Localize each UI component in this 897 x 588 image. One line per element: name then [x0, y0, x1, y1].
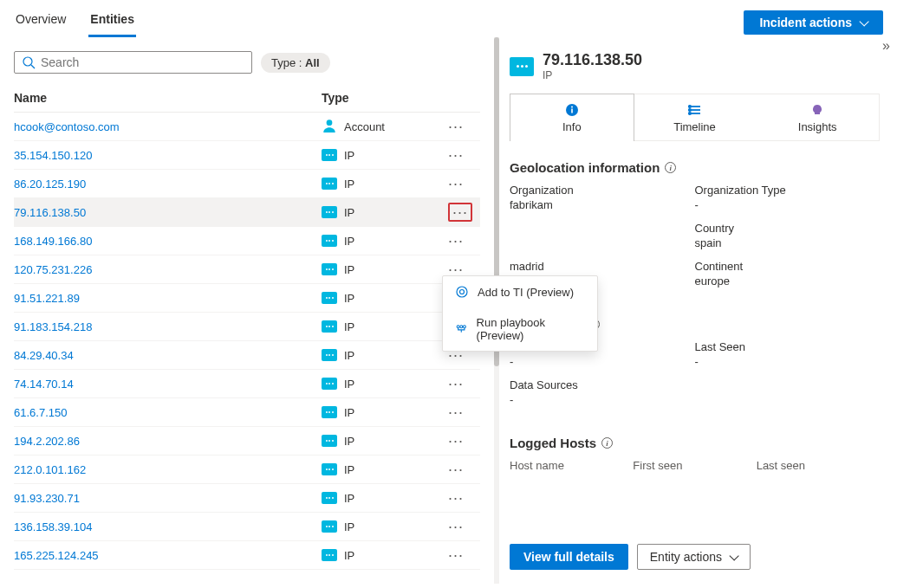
detail-tab-info[interactable]: Info [510, 94, 634, 141]
entity-type-label: IP [344, 463, 354, 476]
hosts-col-last: Last seen [757, 459, 880, 472]
svg-point-4 [460, 290, 465, 294]
incident-actions-button[interactable]: Incident actions [744, 10, 883, 35]
type-filter-value: All [305, 56, 320, 69]
incident-actions-label: Incident actions [759, 16, 852, 29]
entity-link[interactable]: 74.14.70.14 [14, 378, 74, 391]
entity-link[interactable]: 212.0.101.162 [14, 463, 86, 476]
entity-row[interactable]: hcook@contoso.comAccount··· [14, 113, 480, 141]
ip-icon [322, 549, 337, 561]
menu-add-to-ti[interactable]: Add to TI (Preview) [443, 276, 597, 307]
entity-row[interactable]: 86.20.125.190IP··· [14, 170, 480, 198]
entity-link[interactable]: 91.183.154.218 [14, 320, 92, 333]
entity-type-label: IP [344, 178, 354, 191]
view-full-details-button[interactable]: View full details [510, 544, 628, 570]
info-icon[interactable]: i [601, 437, 613, 449]
ip-icon [322, 149, 337, 161]
svg-rect-9 [571, 109, 573, 113]
entity-row[interactable]: 212.0.101.162IP··· [14, 456, 480, 484]
info-icon[interactable]: i [665, 162, 676, 173]
top-tabs: Overview Entities [14, 7, 136, 37]
chevron-down-icon [729, 554, 738, 559]
svg-point-3 [457, 287, 467, 297]
entity-link[interactable]: 79.116.138.50 [14, 206, 86, 219]
col-header-name[interactable]: Name [14, 91, 322, 105]
entity-link[interactable]: 168.149.166.80 [14, 235, 92, 248]
ip-icon [322, 406, 337, 418]
svg-point-0 [23, 57, 32, 66]
entity-row[interactable]: 91.51.221.89IP··· [14, 284, 480, 313]
entity-link[interactable]: 35.154.150.120 [14, 149, 92, 162]
row-actions-button[interactable]: ··· [443, 404, 480, 422]
ip-icon [322, 349, 337, 361]
row-actions-button[interactable]: ··· [443, 146, 480, 165]
entity-row[interactable]: 91.183.154.218IP··· [14, 313, 480, 341]
detail-tabs: Info Timeline Insights [510, 94, 880, 141]
entity-row[interactable]: 35.154.150.120IP··· [14, 141, 480, 170]
hosts-col-name: Host name [510, 459, 633, 472]
svg-point-5 [457, 326, 459, 328]
entity-link[interactable]: 136.158.39.104 [14, 520, 92, 533]
entity-row[interactable]: 74.14.70.14IP··· [14, 370, 480, 398]
row-actions-button[interactable]: ··· [443, 232, 480, 250]
entity-type-label: IP [344, 492, 354, 505]
row-actions-button[interactable]: ··· [443, 546, 480, 565]
entity-link[interactable]: 120.75.231.226 [14, 263, 92, 276]
ip-icon [322, 178, 337, 190]
entity-link[interactable]: 194.2.202.86 [14, 435, 80, 448]
entity-row[interactable]: 91.93.230.71IP··· [14, 484, 480, 513]
row-actions-button[interactable]: ··· [443, 518, 480, 536]
entity-row[interactable]: 120.75.231.226IP··· [14, 255, 480, 284]
ip-icon [322, 206, 337, 218]
entity-link[interactable]: 61.6.7.150 [14, 406, 67, 419]
entity-title: 79.116.138.50 [543, 51, 642, 69]
row-actions-button[interactable]: ··· [443, 118, 480, 136]
tab-entities[interactable]: Entities [88, 7, 136, 37]
entity-row[interactable]: 79.116.138.50IP··· [14, 198, 480, 227]
search-box[interactable] [14, 51, 252, 74]
account-icon [322, 118, 337, 136]
entity-type-label: IP [344, 263, 354, 276]
entity-row[interactable]: 136.158.39.104IP··· [14, 513, 480, 541]
entity-type-label: IP [344, 149, 354, 162]
entity-actions-button[interactable]: Entity actions [637, 544, 751, 570]
row-actions-button[interactable]: ··· [443, 489, 480, 507]
row-actions-button[interactable]: ··· [443, 175, 480, 193]
entity-link[interactable]: 91.93.230.71 [14, 492, 80, 505]
entity-type-label: IP [344, 549, 354, 562]
svg-point-10 [571, 107, 573, 108]
entity-link[interactable]: 91.51.221.89 [14, 292, 80, 305]
row-actions-button[interactable]: ··· [443, 203, 480, 222]
menu-run-playbook[interactable]: Run playbook (Preview) [443, 307, 597, 351]
entity-type-label: IP [344, 206, 354, 219]
row-actions-button[interactable]: ··· [443, 375, 480, 393]
detail-tab-insights[interactable]: Insights [756, 94, 879, 140]
entity-type-label: IP [344, 406, 354, 419]
row-actions-button[interactable]: ··· [443, 432, 480, 450]
col-header-type[interactable]: Type [322, 91, 443, 105]
column-headers: Name Type [14, 86, 480, 113]
entity-link[interactable]: 165.225.124.245 [14, 549, 99, 562]
ip-icon [510, 57, 534, 76]
entity-link[interactable]: 86.20.125.190 [14, 178, 86, 191]
entity-row[interactable]: 165.225.124.245IP··· [14, 541, 480, 570]
entity-row[interactable]: 61.6.7.150IP··· [14, 398, 480, 427]
ip-icon [322, 263, 337, 275]
entity-type-label: IP [344, 349, 354, 362]
collapse-icon[interactable]: » [882, 38, 890, 54]
entity-row[interactable]: 168.149.166.80IP··· [14, 227, 480, 255]
entity-link[interactable]: 84.29.40.34 [14, 349, 74, 362]
ip-icon [322, 320, 337, 333]
svg-point-6 [460, 326, 463, 328]
tab-overview[interactable]: Overview [14, 7, 68, 37]
ip-icon [322, 520, 337, 533]
search-input[interactable] [41, 55, 244, 69]
entity-link[interactable]: hcook@contoso.com [14, 120, 120, 133]
entity-row[interactable]: 84.29.40.34IP··· [14, 341, 480, 370]
type-filter[interactable]: Type : All [261, 53, 330, 73]
row-actions-button[interactable]: ··· [443, 461, 480, 479]
detail-tab-timeline[interactable]: Timeline [634, 94, 757, 140]
ip-icon [322, 435, 337, 447]
ip-icon [322, 463, 337, 475]
entity-row[interactable]: 194.2.202.86IP··· [14, 427, 480, 456]
